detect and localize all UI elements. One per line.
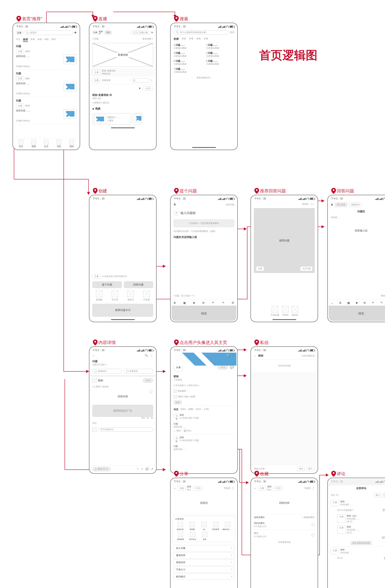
search-icon[interactable]: 🔍 xyxy=(227,354,230,357)
close-icon[interactable]: × xyxy=(331,203,333,207)
video-card[interactable]: 视频简介……n 播放 xyxy=(92,113,131,125)
nav-tab[interactable]: 会员 xyxy=(40,140,53,148)
pay-consult[interactable]: 向他付费咨询 xyxy=(302,354,315,357)
follow-pill[interactable]: +关注 xyxy=(143,86,153,91)
hot-item[interactable]: 3 问题……大家都在再搜 xyxy=(174,51,202,58)
follow-button[interactable]: +关注 xyxy=(217,365,228,369)
create-option[interactable]: 发想法 xyxy=(124,291,138,301)
toolbar[interactable]: ⌄A▣■⊕↶↷⚙ xyxy=(329,300,385,306)
back-icon[interactable]: ← xyxy=(174,354,176,357)
keyboard[interactable]: 键盘 xyxy=(171,306,236,321)
hot-item[interactable]: 6 问题……大家都在再搜 xyxy=(206,59,235,66)
hot-item[interactable]: 2 问题……大家都在再搜 xyxy=(206,43,235,50)
topic-button[interactable]: +话题（至少添加一个） xyxy=(171,293,236,299)
share-action[interactable]: 复制链接 xyxy=(175,532,186,541)
folder-row[interactable]: 学习3个内容 公开 xyxy=(252,530,317,539)
profile-tabs[interactable]: 动态回答n视频n想法n文章n xyxy=(171,406,236,412)
publish-button[interactable]: 发布问题 xyxy=(226,203,234,206)
search-icon[interactable]: 🔍 xyxy=(145,354,148,357)
invite-button[interactable]: 邀请回答 xyxy=(92,369,122,374)
write-answer[interactable]: 写回答 xyxy=(304,487,311,490)
more-live[interactable]: 更多直播 > xyxy=(143,37,153,40)
search-input[interactable]: 有什么超级特别的烦恼头像 xyxy=(174,30,228,35)
more-icon[interactable]: ⋮ xyxy=(232,487,234,490)
hot-item[interactable]: 4 问题……大家都在再搜 xyxy=(206,51,235,58)
new-folder[interactable]: + 新建收藏夹 xyxy=(302,516,315,519)
toolbar[interactable]: A▣■⊕↶↷⚙ xyxy=(171,300,236,306)
back-icon[interactable]: ← xyxy=(174,487,176,490)
collapse-icon[interactable]: ⌄ xyxy=(149,390,153,393)
nav-tab[interactable]: 我的 xyxy=(65,140,78,148)
close-icon[interactable]: × xyxy=(151,31,153,35)
view-answers-button[interactable]: 查看回答 xyxy=(124,369,153,374)
share-menu-item[interactable]: 夜间模式› xyxy=(174,573,234,580)
write-answer[interactable]: 写回答 xyxy=(224,487,230,490)
keyboard[interactable]: 键盘 xyxy=(329,306,385,321)
hot-item[interactable]: 1 问题……大家都在再搜 xyxy=(174,43,202,50)
later-button[interactable]: 稍后答 （1） xyxy=(302,203,315,205)
follow-button[interactable]: 关注 xyxy=(104,30,112,35)
bottom-nav[interactable]: 首页视频会员消息我的 xyxy=(14,138,79,149)
star-icon[interactable]: ☆ xyxy=(141,467,143,471)
feed-item[interactable]: 问题 头像昵称 回答内容…… 57赞同 84评论 xyxy=(14,98,79,124)
nav-tab[interactable]: 首页 xyxy=(15,140,27,148)
share-menu-item[interactable]: 邀请回答› xyxy=(174,552,234,558)
avatar[interactable]: 头像 xyxy=(92,31,98,34)
live-badge[interactable]: 直播 xyxy=(16,31,22,35)
hot-item[interactable]: 5 问题……大家都在再搜 xyxy=(174,59,202,66)
plus-icon[interactable]: + xyxy=(74,30,77,35)
reco-card[interactable]: 推荐问题卡片 xyxy=(92,304,153,316)
share-menu-item[interactable]: 加入浮窗› xyxy=(174,545,234,551)
answer-input[interactable]: 写回答… xyxy=(329,215,385,220)
search-tabs[interactable]: 热搜标签标签标签标签 xyxy=(171,36,236,42)
tag-chip[interactable]: 标签 xyxy=(174,400,182,404)
nav-tab[interactable]: 消息 xyxy=(53,140,65,148)
back-icon[interactable]: ← xyxy=(254,487,257,490)
reco-ad[interactable]: 推荐阅读区/广告 xyxy=(92,405,153,417)
share-icon[interactable]: ↗ xyxy=(151,467,153,471)
more-hot[interactable]: 更多热搜内容 > xyxy=(171,75,236,81)
avatar[interactable] xyxy=(92,378,97,383)
create-option[interactable]: 写文章 xyxy=(108,291,122,301)
feed-item[interactable]: 问题 头像昵称 回答内容…… 57赞同 84评论 xyxy=(14,70,79,97)
comment-input[interactable]: 写下你的评论… xyxy=(98,427,153,432)
share-action[interactable]: 知乎私信 xyxy=(187,532,198,541)
reco-option[interactable]: 稍后答 xyxy=(292,306,298,316)
question-input[interactable]: 输入问题框 xyxy=(181,210,234,217)
share-app[interactable]: 崩发自语…… xyxy=(222,522,233,531)
heart-icon[interactable]: ♡ xyxy=(136,467,139,471)
reco-card[interactable]: 推荐问题 头像 关注问题 xyxy=(254,208,315,273)
expand-replies[interactable]: 展开全部32条回复 xyxy=(350,541,372,545)
feed-item[interactable]: 问题 头像昵称 回答内容…… 57赞同 84评论 xyxy=(14,43,79,69)
reco-option[interactable]: 不感兴趣 xyxy=(271,306,279,316)
back-icon[interactable]: ← xyxy=(254,354,257,357)
hot-item[interactable]: 7 问题……大家都在再搜 xyxy=(174,67,202,74)
share-action[interactable]: 更多 xyxy=(199,532,210,541)
emoji-button[interactable]: 表情 xyxy=(297,466,305,471)
share-app[interactable]: QQ xyxy=(199,522,209,531)
pic-button[interactable]: 图片 xyxy=(306,466,315,471)
cancel-button[interactable]: 取消 xyxy=(230,31,234,34)
dm-input[interactable]: 请输入内容 xyxy=(254,467,296,470)
share-app[interactable]: 新浪微博 xyxy=(211,522,221,531)
detail-input[interactable]: 问题补充说明输入框 xyxy=(174,236,197,239)
folder-row[interactable]: 我的收藏夹5个内容 公开 xyxy=(252,520,317,529)
ask-button[interactable]: 提个问题 xyxy=(92,281,122,288)
create-option[interactable]: 开直播 xyxy=(139,291,153,301)
follow-q-button[interactable]: 关注问题 xyxy=(300,266,313,271)
more-icon[interactable]: ⋮ xyxy=(232,354,234,357)
follow-button[interactable]: +关注 xyxy=(143,378,153,383)
share-app[interactable]: 微信好友 xyxy=(175,522,186,531)
answer-button[interactable]: 回答问题 xyxy=(124,281,153,288)
like-button[interactable]: ▲ 赞同 43 ▼ xyxy=(92,467,110,471)
share-app[interactable]: 朋友圈 xyxy=(187,522,198,531)
back-icon[interactable]: ← xyxy=(92,354,95,357)
sort-early[interactable]: 最早 xyxy=(383,493,385,498)
close-icon[interactable]: × xyxy=(174,202,176,207)
tab-video[interactable]: 视频回答 xyxy=(349,202,362,207)
top-tabs[interactable]: 关注推荐标签标签标签标签 xyxy=(14,37,79,43)
sort-default[interactable]: 默认 xyxy=(374,493,382,498)
create-option[interactable]: 发视频 xyxy=(92,291,106,301)
share-menu-item[interactable]: 举报回答› xyxy=(174,559,234,566)
say-input[interactable]: 说 xyxy=(131,78,149,83)
